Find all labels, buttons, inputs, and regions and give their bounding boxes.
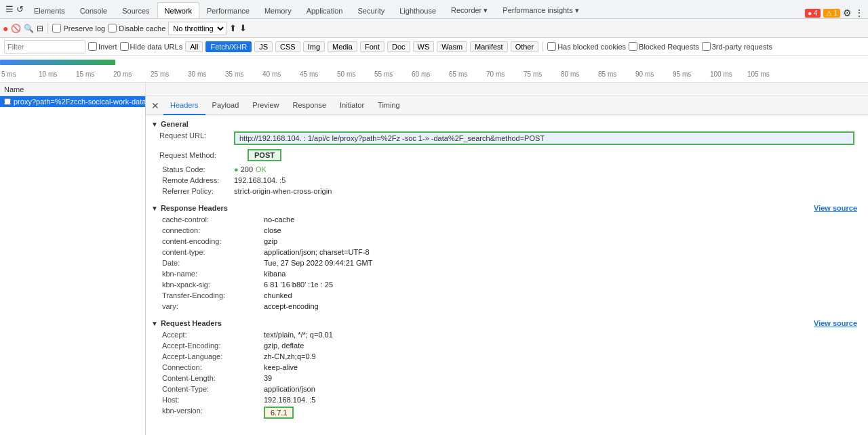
filter-separator bbox=[542, 42, 543, 51]
request-method-label: Request Method: bbox=[159, 151, 234, 159]
sub-tab-headers[interactable]: Headers bbox=[163, 96, 205, 115]
sub-tab-payload[interactable]: Payload bbox=[205, 96, 246, 115]
filter-media-btn[interactable]: Media bbox=[328, 41, 357, 52]
request-headers-list: Accept: text/plain, */*; q=0.01Accept-En… bbox=[146, 329, 868, 420]
response-header-row: connection: close bbox=[146, 225, 868, 236]
response-header-name: Date: bbox=[162, 259, 264, 267]
timeline-tick: 80 ms bbox=[559, 70, 597, 78]
separator-1 bbox=[47, 23, 48, 34]
col-header-name: Name bbox=[0, 83, 146, 96]
tab-sources[interactable]: Sources bbox=[115, 2, 157, 18]
filter-js-btn[interactable]: JS bbox=[254, 41, 273, 52]
sub-tab-response[interactable]: Response bbox=[285, 96, 333, 115]
general-section-label: General bbox=[161, 120, 189, 128]
invert-checkbox[interactable]: Invert bbox=[88, 42, 117, 51]
status-code-value: 200 bbox=[241, 165, 253, 173]
request-header-row: Connection: keep-alive bbox=[146, 362, 868, 373]
request-url-value: http://192.168.104. : 1/api/c le/proxy?p… bbox=[234, 131, 854, 145]
hide-data-urls-checkbox[interactable]: Hide data URLs bbox=[120, 42, 183, 51]
headers-content: ▼ General Request URL: http://192.168.10… bbox=[146, 115, 868, 423]
response-header-row: content-encoding: gzip bbox=[146, 236, 868, 247]
filter-css-btn[interactable]: CSS bbox=[275, 41, 300, 52]
request-header-value: 39 bbox=[264, 374, 272, 382]
tab-lighthouse[interactable]: Lighthouse bbox=[392, 2, 443, 18]
response-headers-section-header[interactable]: ▼ Response Headers View source bbox=[146, 202, 868, 214]
sub-tab-initiator[interactable]: Initiator bbox=[333, 96, 371, 115]
filter-manifest-btn[interactable]: Manifest bbox=[470, 41, 508, 52]
disable-cache-input[interactable] bbox=[108, 24, 117, 33]
filter-img-btn[interactable]: Img bbox=[303, 41, 325, 52]
filter-input[interactable] bbox=[4, 40, 85, 54]
record-icon[interactable]: ● bbox=[3, 23, 8, 34]
preserve-log-input[interactable] bbox=[52, 24, 61, 33]
status-code-label: Status Code: bbox=[162, 165, 234, 173]
preserve-log-checkbox[interactable]: Preserve log bbox=[52, 24, 105, 33]
filter-doc-btn[interactable]: Doc bbox=[387, 41, 410, 52]
right-panel: ✕ Headers Payload Preview Response Initi… bbox=[146, 96, 868, 435]
request-headers-arrow: ▼ bbox=[151, 320, 158, 327]
filter-fetch-xhr-btn[interactable]: Fetch/XHR bbox=[205, 41, 252, 52]
import-icon[interactable]: ⬆ bbox=[229, 23, 237, 33]
response-header-name: content-encoding: bbox=[162, 237, 264, 245]
response-header-row: Date: Tue, 27 Sep 2022 09:44:21 GMT bbox=[146, 257, 868, 268]
tab-network[interactable]: Network bbox=[157, 2, 199, 18]
close-panel-btn[interactable]: ✕ bbox=[150, 100, 161, 111]
network-item-checkbox-0[interactable] bbox=[4, 98, 11, 105]
filter-ws-btn[interactable]: WS bbox=[413, 41, 435, 52]
timeline-tick: 30 ms bbox=[186, 70, 224, 78]
request-view-source-link[interactable]: View source bbox=[814, 319, 863, 327]
tab-security[interactable]: Security bbox=[350, 2, 392, 18]
response-header-value: gzip bbox=[264, 237, 277, 245]
filter-font-btn[interactable]: Font bbox=[360, 41, 384, 52]
has-blocked-cookies-checkbox[interactable]: Has blocked cookies bbox=[547, 42, 626, 51]
filter-all-btn[interactable]: All bbox=[185, 41, 203, 52]
settings-icon[interactable]: ⚙ bbox=[843, 7, 852, 18]
timeline-area[interactable]: 5 ms10 ms15 ms20 ms25 ms30 ms35 ms40 ms4… bbox=[0, 56, 868, 83]
third-party-checkbox[interactable]: 3rd-party requests bbox=[702, 42, 772, 51]
response-header-value: no-cache bbox=[264, 215, 294, 224]
referrer-policy-label: Referrer Policy: bbox=[162, 187, 234, 195]
request-headers-section-header[interactable]: ▼ Request Headers View source bbox=[146, 317, 868, 329]
request-header-row: Accept-Encoding: gzip, deflate bbox=[146, 340, 868, 351]
search-icon[interactable]: 🔍 bbox=[24, 24, 34, 33]
response-header-name: vary: bbox=[162, 302, 264, 310]
timeline-tick: 85 ms bbox=[597, 70, 634, 78]
warning-badge: ⚠ 1 bbox=[823, 9, 840, 18]
tab-elements[interactable]: Elements bbox=[26, 2, 73, 18]
tab-recorder[interactable]: Recorder ▾ bbox=[443, 2, 495, 18]
network-list-item-0[interactable]: proxy?path=%2Fzcch-socical-work-data... bbox=[0, 96, 145, 107]
referrer-policy-value: strict-origin-when-cross-origin bbox=[234, 187, 332, 195]
tab-memory[interactable]: Memory bbox=[257, 2, 299, 18]
response-view-source-link[interactable]: View source bbox=[814, 204, 863, 212]
request-url-label: Request URL: bbox=[159, 131, 234, 140]
tab-application[interactable]: Application bbox=[299, 2, 351, 18]
response-header-name: content-type: bbox=[162, 248, 264, 256]
request-header-value: 192.168.104. :5 bbox=[264, 396, 315, 404]
request-header-value: application/json bbox=[264, 385, 315, 393]
clear-icon[interactable]: 🚫 bbox=[11, 24, 21, 33]
tab-performance-insights[interactable]: Performance insights ▾ bbox=[495, 2, 586, 18]
filter-wasm-btn[interactable]: Wasm bbox=[437, 41, 467, 52]
refresh-icon[interactable]: ↺ bbox=[16, 4, 24, 14]
disable-cache-checkbox[interactable]: Disable cache bbox=[108, 24, 165, 33]
filter-icon[interactable]: ⊟ bbox=[37, 24, 43, 33]
sub-tab-timing[interactable]: Timing bbox=[371, 96, 407, 115]
pointer-icon[interactable]: ☰ bbox=[5, 4, 14, 14]
request-header-row: Content-Length: 39 bbox=[146, 373, 868, 384]
throttle-select[interactable]: No throttling Fast 3G Slow 3G bbox=[168, 22, 226, 35]
filter-bar: Invert Hide data URLs All Fetch/XHR JS C… bbox=[0, 38, 868, 56]
tab-console[interactable]: Console bbox=[73, 2, 115, 18]
export-icon[interactable]: ⬇ bbox=[239, 23, 247, 33]
filter-other-btn[interactable]: Other bbox=[511, 41, 539, 52]
tab-performance[interactable]: Performance bbox=[199, 2, 257, 18]
timeline-tick: 35 ms bbox=[224, 70, 261, 78]
blocked-requests-checkbox[interactable]: Blocked Requests bbox=[629, 42, 699, 51]
dock-icon[interactable]: ⋮ bbox=[854, 7, 864, 18]
sub-tab-preview[interactable]: Preview bbox=[245, 96, 285, 115]
general-section-header[interactable]: ▼ General bbox=[146, 118, 868, 130]
request-header-name: kbn-version: bbox=[162, 407, 264, 415]
response-headers-arrow: ▼ bbox=[151, 205, 158, 212]
timeline-tick: 90 ms bbox=[634, 70, 671, 78]
response-header-name: Transfer-Encoding: bbox=[162, 291, 264, 299]
main-area: proxy?path=%2Fzcch-socical-work-data... … bbox=[0, 96, 868, 435]
